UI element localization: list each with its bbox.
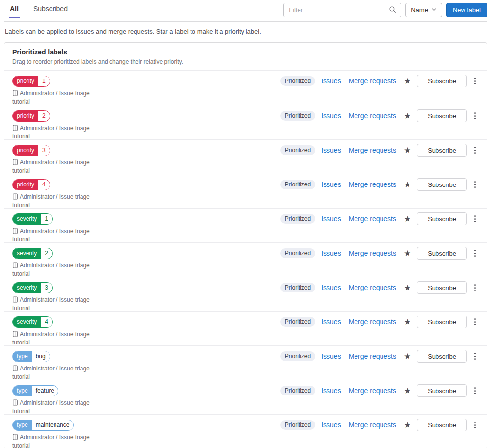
star-icon[interactable]: ★: [402, 318, 412, 326]
label-row[interactable]: priority 1 Administrator / Issue triage …: [4, 71, 487, 105]
issues-link[interactable]: Issues: [320, 318, 342, 326]
label-row[interactable]: priority 4 Administrator / Issue triage …: [4, 174, 487, 208]
star-icon[interactable]: ★: [402, 249, 412, 258]
star-icon[interactable]: ★: [402, 352, 412, 361]
star-icon[interactable]: ★: [402, 146, 412, 155]
scoped-label-badge[interactable]: severity 3: [12, 282, 53, 293]
row-actions: Prioritized Issues Merge requests ★ Subs…: [280, 75, 479, 87]
filter-input[interactable]: [284, 3, 384, 17]
search-button[interactable]: [384, 3, 401, 17]
scoped-label-badge[interactable]: type feature: [12, 385, 58, 396]
label-key: severity: [13, 317, 41, 327]
scoped-label-badge[interactable]: severity 1: [12, 213, 53, 225]
new-label-button[interactable]: New label: [446, 3, 487, 17]
issues-link[interactable]: Issues: [320, 352, 342, 360]
subscribe-button[interactable]: Subscribe: [417, 384, 467, 397]
scoped-label-badge[interactable]: type bug: [12, 351, 50, 362]
label-row[interactable]: type feature Administrator / Issue triag…: [4, 380, 487, 414]
merge-requests-link[interactable]: Merge requests: [347, 421, 398, 429]
label-row[interactable]: severity 3 Administrator / Issue triage …: [4, 277, 487, 311]
subscribe-button[interactable]: Subscribe: [417, 419, 467, 431]
sort-dropdown-button[interactable]: Name: [405, 3, 442, 17]
scoped-label-badge[interactable]: severity 4: [12, 316, 53, 328]
issues-link[interactable]: Issues: [320, 112, 342, 120]
subscribe-button[interactable]: Subscribe: [417, 109, 467, 122]
star-icon[interactable]: ★: [402, 112, 412, 120]
merge-requests-link[interactable]: Merge requests: [347, 352, 398, 360]
merge-requests-link[interactable]: Merge requests: [347, 387, 398, 395]
kebab-menu-icon[interactable]: [471, 351, 479, 362]
project-path-text: Administrator / Issue triage tutorial: [12, 90, 90, 105]
row-actions: Prioritized Issues Merge requests ★ Subs…: [280, 384, 479, 397]
tab-subscribed[interactable]: Subscribed: [32, 3, 69, 18]
subscribe-button[interactable]: Subscribe: [417, 212, 467, 225]
label-info: severity 4 Administrator / Issue triage …: [12, 316, 105, 346]
scoped-label-badge[interactable]: severity 2: [12, 248, 53, 259]
issues-link[interactable]: Issues: [320, 284, 342, 291]
label-row[interactable]: severity 2 Administrator / Issue triage …: [4, 242, 487, 277]
subscribe-button[interactable]: Subscribe: [417, 316, 467, 328]
subscribe-button[interactable]: Subscribe: [417, 144, 467, 157]
row-actions: Prioritized Issues Merge requests ★ Subs…: [280, 419, 479, 431]
label-row[interactable]: priority 3 Administrator / Issue triage …: [4, 139, 487, 174]
merge-requests-link[interactable]: Merge requests: [347, 249, 398, 257]
subscribe-button[interactable]: Subscribe: [417, 247, 467, 260]
label-row[interactable]: severity 1 Administrator / Issue triage …: [4, 208, 487, 242]
issues-link[interactable]: Issues: [320, 249, 342, 257]
subscribe-button[interactable]: Subscribe: [417, 178, 467, 191]
issues-link[interactable]: Issues: [320, 215, 342, 223]
label-value: maintenance: [32, 420, 74, 430]
kebab-menu-icon[interactable]: [471, 179, 479, 190]
star-icon[interactable]: ★: [402, 284, 412, 292]
kebab-menu-icon[interactable]: [471, 76, 479, 86]
merge-requests-link[interactable]: Merge requests: [347, 318, 398, 326]
merge-requests-link[interactable]: Merge requests: [347, 112, 398, 120]
project-icon: [12, 90, 18, 98]
star-icon[interactable]: ★: [402, 387, 412, 395]
scoped-label-badge[interactable]: priority 2: [12, 110, 50, 122]
label-row[interactable]: priority 2 Administrator / Issue triage …: [4, 105, 487, 139]
issues-link[interactable]: Issues: [320, 421, 342, 429]
merge-requests-link[interactable]: Merge requests: [347, 77, 398, 85]
issues-link[interactable]: Issues: [320, 77, 342, 85]
kebab-menu-icon[interactable]: [471, 213, 479, 224]
star-icon[interactable]: ★: [402, 181, 412, 189]
subscribe-button[interactable]: Subscribe: [417, 350, 467, 363]
scoped-label-badge[interactable]: priority 1: [12, 76, 50, 87]
issues-link[interactable]: Issues: [320, 181, 342, 188]
star-icon[interactable]: ★: [402, 215, 412, 223]
label-key: priority: [13, 111, 38, 121]
kebab-menu-icon[interactable]: [471, 110, 479, 121]
star-icon[interactable]: ★: [402, 421, 412, 429]
tab-all[interactable]: All: [9, 3, 20, 18]
kebab-menu-icon[interactable]: [471, 145, 479, 156]
merge-requests-link[interactable]: Merge requests: [347, 146, 398, 154]
kebab-dot: [474, 184, 476, 185]
label-row[interactable]: type maintenance Administrator / Issue t…: [4, 414, 487, 448]
kebab-menu-icon[interactable]: [471, 385, 479, 396]
kebab-dot: [474, 255, 476, 257]
kebab-menu-icon[interactable]: [471, 316, 479, 327]
issues-link[interactable]: Issues: [320, 387, 342, 395]
kebab-menu-icon[interactable]: [471, 248, 479, 259]
kebab-menu-icon[interactable]: [471, 420, 479, 430]
merge-requests-link[interactable]: Merge requests: [347, 284, 398, 291]
subscribe-button[interactable]: Subscribe: [417, 281, 467, 294]
kebab-menu-icon[interactable]: [471, 282, 479, 293]
scoped-label-badge[interactable]: priority 4: [12, 179, 50, 190]
label-row[interactable]: severity 4 Administrator / Issue triage …: [4, 311, 487, 345]
merge-requests-link[interactable]: Merge requests: [347, 215, 398, 223]
label-key: priority: [13, 76, 38, 86]
star-icon[interactable]: ★: [402, 77, 412, 85]
subscribe-button[interactable]: Subscribe: [417, 75, 467, 87]
issues-link[interactable]: Issues: [320, 146, 342, 154]
scoped-label-badge[interactable]: priority 3: [12, 145, 50, 156]
scoped-label-badge[interactable]: type maintenance: [12, 420, 74, 431]
label-row[interactable]: type bug Administrator / Issue triage tu…: [4, 345, 487, 380]
project-icon: [12, 159, 18, 167]
merge-requests-link[interactable]: Merge requests: [347, 181, 398, 188]
tabs: All Subscribed: [4, 3, 69, 18]
label-info: severity 2 Administrator / Issue triage …: [12, 248, 105, 278]
project-path-text: Administrator / Issue triage tutorial: [12, 262, 90, 277]
project-path-text: Administrator / Issue triage tutorial: [12, 159, 90, 174]
